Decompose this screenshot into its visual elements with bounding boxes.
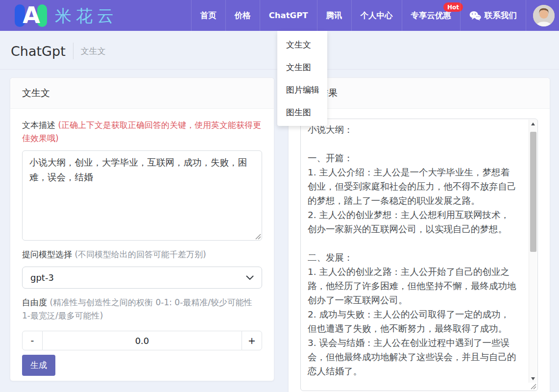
nav-item-contact-us[interactable]: 联系我们 bbox=[460, 0, 526, 31]
nav-item-cloud-deals[interactable]: 专享云优惠 Hot bbox=[402, 0, 461, 31]
main-nav: 首页 价格 ChatGPT 腾讯 个人中心 专享云优惠 Hot bbox=[191, 0, 526, 31]
increment-button[interactable]: + bbox=[242, 331, 262, 350]
text-to-text-panel: 文生文 文本描述 (正确上下文是获取正确回答的关键，使用英文能获得更佳效果哦) … bbox=[10, 77, 274, 381]
avatar-image bbox=[533, 5, 555, 26]
prompt-input[interactable]: 小说大纲，创业，大学毕业，互联网，成功，失败，困难，误会，结婚 bbox=[22, 150, 262, 241]
left-panel-title: 文生文 bbox=[10, 78, 274, 109]
nav-item-label: 价格 bbox=[235, 10, 251, 21]
chatgpt-dropdown-menu: 文生文 文生图 图片编辑 图生图 bbox=[277, 31, 327, 126]
nav-item-home[interactable]: 首页 bbox=[191, 0, 225, 31]
result-panel-body: 小说大纲： 一、开篇： 1. 主人公介绍：主人公是一个大学毕业生，梦想着创业，但… bbox=[289, 109, 550, 392]
nav-item-label: ChatGPT bbox=[269, 11, 308, 20]
temperature-label: 自由度 (精准性与创造性之间的权衡 0-1: 0-最精准/较少可能性 1-最宽泛… bbox=[22, 296, 262, 322]
temperature-value-input[interactable] bbox=[43, 331, 242, 350]
page-subtitle: 文生文 bbox=[81, 46, 106, 57]
scrollbar-thumb[interactable] bbox=[530, 132, 536, 252]
nav-item-personal-center[interactable]: 个人中心 bbox=[351, 0, 402, 31]
prompt-hint: (正确上下文是获取正确回答的关键，使用英文能获得更佳效果哦) bbox=[22, 120, 261, 143]
result-output[interactable]: 小说大纲： 一、开篇： 1. 主人公介绍：主人公是一个大学毕业生，梦想着创业，但… bbox=[300, 119, 538, 391]
page-title: ChatGpt bbox=[11, 44, 66, 59]
nav-item-label: 腾讯 bbox=[326, 10, 342, 21]
brand-name: 米花云 bbox=[55, 7, 118, 24]
nav-item-label: 联系我们 bbox=[485, 10, 517, 21]
model-label-text: 提问模型选择 bbox=[22, 249, 72, 259]
model-select[interactable]: gpt-3 bbox=[22, 267, 262, 289]
result-text: 小说大纲： 一、开篇： 1. 主人公介绍：主人公是一个大学毕业生，梦想着创业，但… bbox=[301, 119, 537, 391]
navbar: A 米花云 首页 价格 ChatGPT 腾讯 个人中心 专享云优惠 Hot bbox=[0, 0, 559, 31]
nav-item-tencent[interactable]: 腾讯 bbox=[317, 0, 351, 31]
nav-item-pricing[interactable]: 价格 bbox=[225, 0, 260, 31]
logo-letter: A bbox=[19, 2, 44, 28]
prompt-label-text: 文本描述 bbox=[22, 120, 55, 130]
decrement-button[interactable]: - bbox=[22, 331, 43, 350]
temperature-hint: (精准性与创造性之间的权衡 0-1: 0-最精准/较少可能性 1-最宽泛/最多可… bbox=[22, 297, 252, 320]
scroll-down-icon[interactable] bbox=[529, 374, 537, 383]
scroll-up-icon[interactable] bbox=[529, 120, 537, 128]
nav-item-label: 个人中心 bbox=[361, 10, 393, 21]
wechat-icon bbox=[469, 11, 481, 21]
dropdown-item-image-edit[interactable]: 图片编辑 bbox=[277, 78, 327, 101]
left-panel-body: 文本描述 (正确上下文是获取正确回答的关键，使用英文能获得更佳效果哦) 小说大纲… bbox=[10, 109, 274, 386]
result-scrollbar[interactable] bbox=[529, 120, 537, 383]
resize-grip-icon[interactable] bbox=[255, 234, 261, 240]
model-label: 提问模型选择 (不同模型给出的回答可能千差万别) bbox=[22, 248, 262, 261]
nav-item-label: 专享云优惠 bbox=[411, 10, 452, 21]
dropdown-item-text-to-text[interactable]: 文生文 bbox=[277, 33, 327, 56]
generate-button[interactable]: 生成 bbox=[22, 355, 55, 376]
avatar[interactable] bbox=[533, 5, 555, 26]
title-divider bbox=[73, 43, 73, 59]
resize-grip-icon[interactable] bbox=[531, 384, 536, 390]
brand[interactable]: A 米花云 bbox=[15, 3, 118, 28]
result-panel: 结果 小说大纲： 一、开篇： 1. 主人公介绍：主人公是一个大学毕业生，梦想着创… bbox=[288, 77, 550, 392]
model-hint: (不同模型给出的回答可能千差万别) bbox=[74, 249, 206, 259]
nav-item-label: 首页 bbox=[200, 10, 217, 21]
dropdown-item-image-to-image[interactable]: 图生图 bbox=[277, 101, 327, 123]
prompt-label: 文本描述 (正确上下文是获取正确回答的关键，使用英文能获得更佳效果哦) bbox=[22, 119, 262, 145]
result-panel-title: 结果 bbox=[289, 78, 550, 109]
temperature-label-text: 自由度 bbox=[22, 297, 47, 307]
chevron-down-icon bbox=[246, 275, 254, 280]
nav-item-chatgpt[interactable]: ChatGPT bbox=[260, 0, 317, 31]
temperature-stepper: - + bbox=[22, 331, 262, 350]
dropdown-item-text-to-image[interactable]: 文生图 bbox=[277, 56, 327, 78]
brand-logo-icon: A bbox=[15, 3, 48, 28]
model-select-value: gpt-3 bbox=[30, 272, 54, 283]
